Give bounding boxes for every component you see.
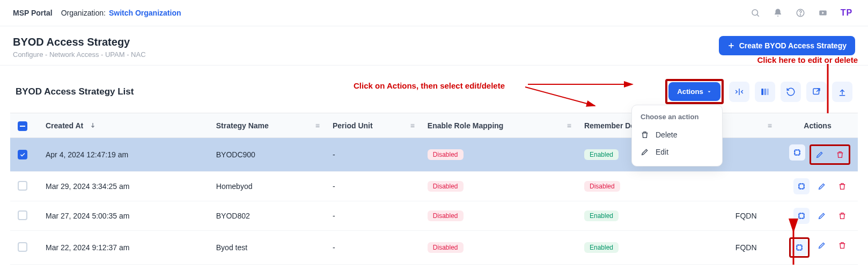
page-title: BYOD Access Strategy [13,36,146,48]
row-checkbox[interactable] [18,150,27,159]
th-strategy-name[interactable]: Strategy Name≡ [209,113,325,138]
cell-period-unit: - [325,138,420,172]
cell-strategy-name: BYODC900 [209,138,325,172]
svg-rect-17 [799,184,804,188]
remember-badge: Enabled [584,149,619,160]
bell-icon[interactable] [770,5,785,20]
card-head: BYOD Access Strategy List Click on Actio… [10,76,858,113]
view-icon[interactable] [789,144,805,161]
switch-organization-link[interactable]: Switch Organization [109,9,181,17]
cell-created-at: Apr 4, 2024 12:47:19 am [38,138,209,172]
svg-rect-16 [795,150,799,155]
column-drag-icon[interactable]: ≡ [410,121,415,130]
select-all-checkbox[interactable] [18,121,27,131]
fit-columns-icon[interactable] [729,82,749,102]
remember-badge: Enabled [584,210,619,221]
topbar-left: MSP Portal Organization: Switch Organiza… [13,9,181,17]
annotation-arrow-1 [528,79,641,100]
delete-icon[interactable] [834,208,850,224]
avatar[interactable]: TP [838,4,855,21]
cell-strategy-name: Homebyod [209,172,325,201]
create-byod-button[interactable]: Create BYOD Access Strategy [719,36,855,55]
cell-strategy-name: BYOD802 [209,201,325,231]
video-icon[interactable] [815,5,830,20]
row-checkbox[interactable] [18,181,27,191]
create-byod-label: Create BYOD Access Strategy [739,41,847,50]
delete-icon[interactable] [832,147,848,163]
table-row: Mar 22, 2024 9:12:37 amByod test-Disable… [10,231,858,265]
edit-icon[interactable] [814,208,830,224]
dropdown-delete[interactable]: Delete [632,126,722,143]
view-icon[interactable] [793,208,810,224]
dropdown-title: Choose an action [632,111,722,126]
delete-icon[interactable] [834,237,850,253]
table-row: Mar 29, 2024 3:34:25 amHomebyod-Disabled… [10,172,858,201]
mapping-badge: Disabled [428,181,464,192]
view-icon[interactable] [791,239,807,256]
cell-col6: FQDN [715,201,777,231]
page-header: BYOD Access Strategy Configure - Network… [0,26,868,66]
columns-icon[interactable] [755,82,775,102]
cell-created-at: Mar 27, 2024 5:00:35 am [38,201,209,231]
th-col6[interactable]: ≡ [715,113,777,138]
table-row: Mar 27, 2024 5:00:35 amBYOD802-DisabledE… [10,201,858,231]
actions-button-label: Actions [677,88,703,96]
svg-point-3 [800,14,800,15]
toolbar: Actions [665,79,852,104]
annotation-actions-hint: Click on Actions, then select edit/delet… [354,81,505,90]
cell-created-at: Mar 29, 2024 3:34:25 am [38,172,209,201]
search-icon[interactable] [748,5,763,20]
cell-period-unit: - [325,172,420,201]
edit-icon[interactable] [814,178,830,194]
annotation-arrow-2 [525,84,606,111]
caret-down-icon [707,89,712,94]
edit-icon[interactable] [814,237,830,253]
th-enable-role-mapping[interactable]: Enable Role Mapping≡ [420,113,577,138]
edit-icon[interactable] [812,147,828,163]
organization-label: Organization: [61,9,106,17]
list-card: BYOD Access Strategy List Click on Actio… [10,75,858,269]
svg-rect-10 [761,89,763,95]
column-drag-icon[interactable]: ≡ [768,121,772,130]
row-checkbox[interactable] [18,210,27,220]
column-drag-icon[interactable]: ≡ [567,121,571,130]
plus-icon [727,42,735,49]
mapping-badge: Disabled [428,210,464,221]
dropdown-delete-label: Delete [656,130,677,139]
cell-period-unit: - [325,201,420,231]
trash-icon [641,130,649,139]
actions-dropdown-menu: Choose an action Delete Edit [631,105,723,166]
svg-rect-11 [764,89,767,95]
th-created-at[interactable]: Created At [38,113,209,138]
export-icon[interactable] [806,82,827,102]
help-icon[interactable] [793,5,808,20]
cell-col6: FQDN [715,231,777,265]
refresh-icon[interactable] [781,82,801,102]
sort-desc-icon [90,122,96,128]
topbar-right: TP [748,4,855,21]
cell-created-at: Mar 22, 2024 9:12:37 am [38,231,209,265]
delete-icon[interactable] [834,178,850,194]
remember-badge: Disabled [584,181,620,192]
view-icon[interactable] [793,178,810,194]
th-actions: Actions [777,113,858,138]
svg-rect-13 [813,89,819,94]
svg-point-0 [752,10,758,16]
row-checkbox[interactable] [18,242,27,252]
import-icon[interactable] [832,82,852,102]
breadcrumb: Configure - Network Access - UPAM - NAC [13,50,146,59]
list-title: BYOD Access Strategy List [16,86,134,97]
cell-strategy-name: Byod test [209,231,325,265]
mapping-badge: Disabled [428,242,464,253]
dropdown-edit[interactable]: Edit [632,143,722,161]
topbar: MSP Portal Organization: Switch Organiza… [0,0,868,26]
column-drag-icon[interactable]: ≡ [315,121,320,130]
strategy-table: Created At Strategy Name≡ Period Unit≡ E… [10,113,858,265]
mapping-badge: Disabled [428,149,464,160]
table-row: Apr 4, 2024 12:47:19 amBYODC900-Disabled… [10,138,858,172]
svg-rect-12 [767,89,769,95]
cell-col6 [715,172,777,201]
th-period-unit[interactable]: Period Unit≡ [325,113,420,138]
actions-dropdown-button[interactable]: Actions [668,82,720,101]
cell-col6 [715,138,777,172]
